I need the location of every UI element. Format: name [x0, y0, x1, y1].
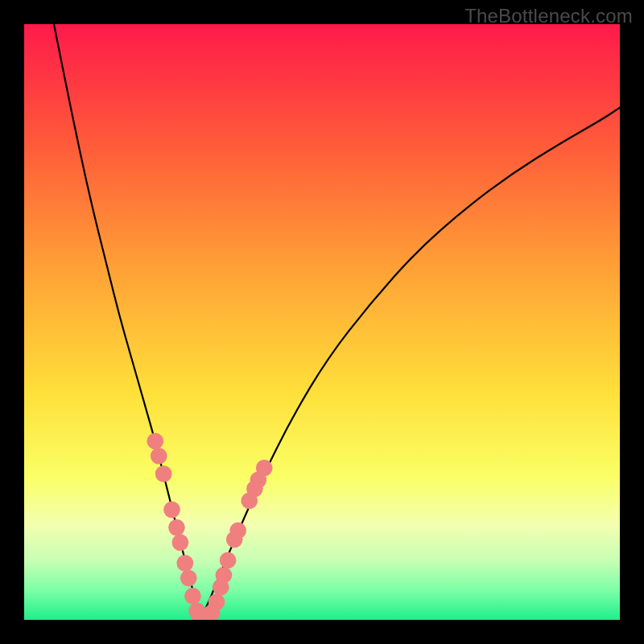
- data-point: [168, 519, 185, 536]
- data-point: [163, 502, 180, 518]
- chart-frame: TheBottleneck.com: [0, 0, 644, 644]
- data-point: [147, 433, 163, 450]
- watermark-text: TheBottleneck.com: [464, 5, 633, 27]
- data-point: [151, 448, 167, 464]
- bottleneck-chart: [24, 24, 620, 620]
- data-point: [216, 567, 233, 584]
- data-point: [176, 555, 193, 572]
- data-point: [229, 522, 246, 539]
- data-point: [172, 534, 189, 551]
- data-point: [184, 588, 201, 605]
- data-point: [155, 465, 172, 482]
- data-point: [220, 552, 237, 569]
- data-point: [208, 593, 225, 610]
- chart-background: [24, 24, 620, 620]
- data-point: [256, 460, 273, 477]
- data-point: [180, 570, 197, 587]
